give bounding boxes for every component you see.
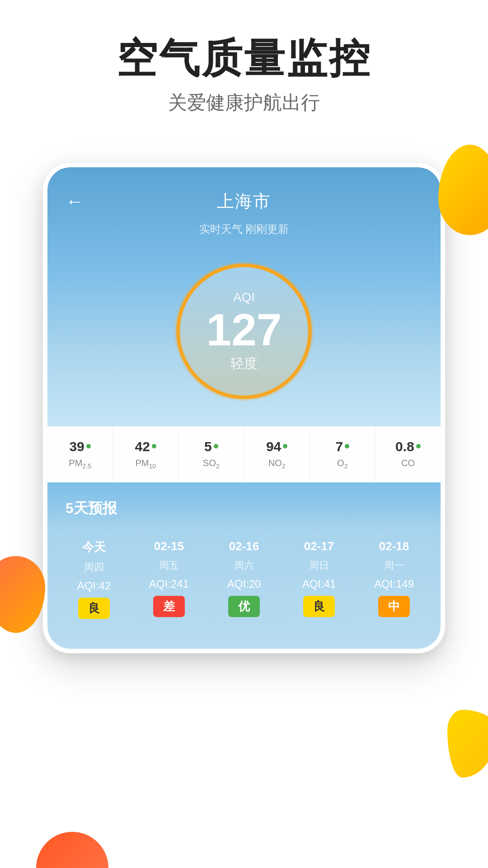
pollutant-pm10-dot [152, 444, 156, 448]
hero-subtitle: 关爱健康护航出行 [27, 90, 461, 115]
aqi-value: 127 [206, 307, 282, 352]
pollutant-pm25: 39 PM2.5 [47, 426, 113, 482]
weather-update-text: 实时天气 刚刚更新 [47, 222, 441, 250]
forecast-day-0-badge: 良 [78, 598, 110, 619]
forecast-day-0-name: 今天 [82, 539, 106, 555]
forecast-day-3-sub: 周日 [309, 559, 329, 572]
forecast-day-2-aqi: AQI:20 [227, 578, 261, 590]
pollutant-pm10-value: 42 [135, 439, 150, 454]
pollutant-pm25-value-row: 39 [69, 439, 90, 454]
pollutant-so2-value-row: 5 [204, 439, 218, 454]
pollutant-co-dot [416, 444, 421, 448]
decoration-blob-right [438, 145, 488, 235]
forecast-day-0: 今天 周四 AQI:42 良 [56, 532, 131, 626]
forecast-day-1-name: 02-15 [154, 539, 184, 553]
forecast-grid: 今天 周四 AQI:42 良 02-15 周五 AQI:241 差 02-1 [47, 528, 441, 649]
pollutant-co-value: 0.8 [395, 439, 414, 454]
forecast-day-2-sub: 周六 [234, 559, 254, 572]
decoration-blob-red [36, 832, 108, 868]
forecast-day-1-aqi: AQI:241 [149, 578, 189, 590]
pollutant-so2-name: SO2 [203, 458, 220, 470]
forecast-day-3-name: 02-17 [304, 539, 334, 553]
pollutant-so2: 5 SO2 [178, 426, 244, 482]
forecast-day-3-badge: 良 [303, 596, 335, 617]
city-name: 上海市 [217, 190, 271, 213]
app-header: ← 上海市 [47, 167, 441, 222]
pollutant-no2-value: 94 [266, 439, 281, 454]
forecast-day-2: 02-16 周六 AQI:20 优 [206, 532, 282, 626]
pollutant-pm25-dot [86, 444, 91, 448]
pollutant-row: 39 PM2.5 42 PM10 5 [47, 426, 441, 482]
forecast-title: 5天预报 [66, 500, 117, 516]
forecast-day-1-badge: 差 [153, 596, 185, 617]
forecast-day-1-sub: 周五 [159, 559, 179, 572]
back-button[interactable]: ← [66, 191, 84, 212]
pollutant-co-name: CO [401, 458, 415, 468]
pollutant-co-value-row: 0.8 [395, 439, 421, 454]
hero-title: 空气质量监控 [27, 36, 461, 81]
pollutant-pm25-name: PM2.5 [69, 458, 91, 470]
pollutant-o2-dot [345, 444, 349, 448]
phone-inner: ← 上海市 实时天气 刚刚更新 AQI 127 轻度 39 [47, 167, 441, 649]
aqi-level: 轻度 [230, 354, 258, 373]
pollutant-no2: 94 NO2 [244, 426, 310, 482]
pollutant-o2: 7 O2 [310, 426, 375, 482]
pollutant-no2-name: NO2 [268, 458, 286, 470]
forecast-day-2-badge: 优 [228, 596, 260, 617]
forecast-day-2-name: 02-16 [229, 539, 259, 553]
forecast-day-3: 02-17 周日 AQI:41 良 [282, 532, 357, 626]
forecast-day-0-aqi: AQI:42 [77, 580, 111, 592]
pollutant-no2-value-row: 94 [266, 439, 287, 454]
forecast-day-0-sub: 周四 [84, 561, 104, 574]
pollutant-o2-value: 7 [335, 439, 343, 454]
pollutant-pm25-value: 39 [69, 439, 84, 454]
pollutant-o2-name: O2 [337, 458, 347, 470]
pollutant-o2-value-row: 7 [335, 439, 349, 454]
sky-section: ← 上海市 实时天气 刚刚更新 AQI 127 轻度 [47, 167, 441, 426]
pollutant-so2-dot [214, 444, 218, 448]
pollutant-no2-dot [283, 444, 287, 448]
decoration-blob-bottom-right [447, 710, 488, 778]
forecast-day-4-badge: 中 [378, 596, 410, 617]
decoration-blob-left [0, 556, 45, 633]
forecast-day-4-aqi: AQI:149 [374, 578, 414, 590]
forecast-day-4: 02-18 周一 AQI:149 中 [357, 532, 432, 626]
forecast-day-4-sub: 周一 [384, 559, 404, 572]
pollutant-pm10: 42 PM10 [113, 426, 178, 482]
pollutant-so2-value: 5 [204, 439, 212, 454]
forecast-day-1: 02-15 周五 AQI:241 差 [131, 532, 206, 626]
pollutant-pm10-value-row: 42 [135, 439, 156, 454]
pollutant-co: 0.8 CO [375, 426, 441, 482]
pollutant-pm10-name: PM10 [135, 458, 156, 470]
app-screen: ← 上海市 实时天气 刚刚更新 AQI 127 轻度 39 [47, 167, 441, 649]
hero-section: 空气质量监控 关爱健康护航出行 [0, 0, 488, 133]
forecast-day-3-aqi: AQI:41 [302, 578, 336, 590]
forecast-header: 5天预报 [47, 482, 441, 528]
aqi-label: AQI [233, 290, 255, 305]
phone-mockup: ← 上海市 实时天气 刚刚更新 AQI 127 轻度 39 [43, 163, 445, 653]
forecast-section: 5天预报 今天 周四 AQI:42 良 02-15 周五 AQI:241 [47, 482, 441, 649]
aqi-circle-wrapper: AQI 127 轻度 [47, 250, 441, 426]
aqi-circle: AQI 127 轻度 [176, 264, 312, 399]
forecast-day-4-name: 02-18 [379, 539, 409, 553]
